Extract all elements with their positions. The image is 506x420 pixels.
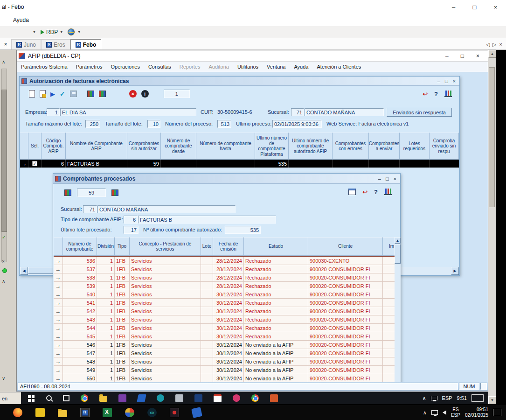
file-explorer-icon[interactable] <box>99 396 107 402</box>
table-row[interactable]: → 541 1 1FB Servicios 30/12/2024 Rechaza… <box>54 299 401 307</box>
excel-icon[interactable] <box>103 408 112 417</box>
network-icon[interactable] <box>431 396 437 400</box>
close-panel-button[interactable]: × <box>0 39 11 49</box>
tab-next-button[interactable]: ▷ <box>492 42 496 48</box>
tools-chart-icon[interactable] <box>444 91 452 97</box>
minimize-button[interactable]: – <box>443 0 464 14</box>
chevron-up-icon[interactable]: ∧ <box>2 59 5 64</box>
menu-parametros-sistema[interactable]: Parámetros Sistema <box>17 64 72 70</box>
sucursal-name-field[interactable]: CONTADO MAÑANA <box>305 108 384 116</box>
vscroll-thumb[interactable] <box>489 67 495 207</box>
start-button-icon[interactable] <box>27 394 35 402</box>
menu-ventana[interactable]: Ventana <box>263 64 290 70</box>
tipo-code-field[interactable]: 6 <box>124 216 138 224</box>
ultimo-lote-field[interactable]: 17 <box>124 226 139 234</box>
table-row[interactable]: → 548 1 1FB Servicios 30/12/2024 No envi… <box>54 357 401 366</box>
table-row[interactable]: → 549 1 1FB Servicios 30/12/2024 No envi… <box>54 366 401 374</box>
tipo-name-field[interactable]: FACTURAS B <box>138 216 276 224</box>
child-close-button[interactable]: × <box>453 78 456 84</box>
tab-close-button[interactable]: × <box>499 42 502 48</box>
clock[interactable]: 09:51 02/01/2025 <box>465 407 488 418</box>
table-row[interactable]: → 545 1 1FB Servicios 30/12/2024 Rechaza… <box>54 332 401 341</box>
app-purple-icon[interactable] <box>118 394 126 402</box>
tab-prev-button[interactable]: ◁ <box>486 42 490 48</box>
table-row[interactable]: → 538 1 1FB Servicios 28/12/2024 Rechaza… <box>54 273 401 282</box>
chevron-down-icon[interactable]: ∨ <box>2 376 5 381</box>
dataset-export-icon[interactable] <box>64 189 71 196</box>
scroll-left-button[interactable]: ◀ <box>20 267 28 275</box>
table-row[interactable]: → 536 1 1FB Servicios 28/12/2024 Rechaza… <box>54 257 401 265</box>
network-icon[interactable] <box>431 410 438 415</box>
globe-icon[interactable] <box>68 28 75 35</box>
sucursal-code-field[interactable]: 71 <box>83 205 97 213</box>
dropdown-caret-icon[interactable]: ▼ <box>33 30 36 34</box>
rdp-client-icon-active[interactable] <box>80 408 90 417</box>
table-row[interactable]: → 547 1 1FB Servicios 30/12/2024 No envi… <box>54 349 401 357</box>
exit-icon[interactable]: ↩ <box>362 189 367 195</box>
sucursal-code-field[interactable]: 71 <box>291 108 304 116</box>
child-minimize-button[interactable]: – <box>378 176 381 182</box>
table-row[interactable]: → 550 1 1FB Servicios 30/12/2024 No envi… <box>54 374 401 382</box>
chrome-icon[interactable] <box>251 394 259 402</box>
menu-ayuda[interactable]: Ayuda <box>8 17 34 23</box>
page-counter-field[interactable]: 1 <box>164 90 190 98</box>
remote-clock[interactable]: 9:51 <box>457 395 467 401</box>
chevron-up-icon[interactable]: ∧ <box>423 410 427 416</box>
app-blue-icon[interactable] <box>137 394 146 402</box>
editor-app-icon[interactable] <box>35 408 45 417</box>
speaker-icon[interactable] <box>443 410 446 415</box>
menu-operaciones[interactable]: Operaciones <box>107 64 144 70</box>
firefox-icon[interactable] <box>13 408 22 417</box>
enviados-sin-respuesta-button[interactable]: Enviados sin respuesta <box>387 108 452 117</box>
menu-ayuda[interactable]: Ayuda <box>290 64 312 70</box>
tab-febo[interactable]: Febo <box>70 39 102 49</box>
tab-eros[interactable]: Eros <box>41 39 70 49</box>
media-app-icon[interactable]: ∞ <box>147 408 157 417</box>
table-icon[interactable] <box>348 189 356 195</box>
table-row[interactable]: → 540 1 1FB Servicios 30/12/2024 Rechaza… <box>54 290 401 299</box>
properties-doc-icon[interactable] <box>40 90 46 98</box>
table-row[interactable]: → 546 1 1FB Servicios 30/12/2024 No envi… <box>54 341 401 349</box>
chrome-icon[interactable] <box>81 394 88 402</box>
action-center-icon[interactable] <box>493 409 501 416</box>
child-minimize-button[interactable]: – <box>437 78 440 84</box>
photos-app-icon[interactable] <box>170 408 179 417</box>
table-row[interactable]: → 544 1 1FB Servicios 30/12/2024 Rechaza… <box>54 324 401 332</box>
app-pink-icon[interactable] <box>233 394 240 402</box>
sucursal-name-field[interactable]: CONTADO MAÑANA <box>97 205 236 213</box>
app-gray-icon[interactable] <box>175 394 183 402</box>
child-maximize-button[interactable]: □ <box>386 176 389 182</box>
close-button[interactable]: × <box>485 0 506 14</box>
help-icon[interactable]: ? <box>374 189 378 195</box>
confirm-icon[interactable]: ✓ <box>60 91 65 97</box>
tab-juno[interactable]: Juno <box>11 39 41 49</box>
lote-field[interactable]: 10 <box>147 120 160 128</box>
file-explorer-icon[interactable] <box>58 408 67 417</box>
vscroll-track[interactable] <box>488 58 496 396</box>
calendar-app-icon[interactable] <box>214 394 222 402</box>
checkbox-checked-icon[interactable]: ✓ <box>32 161 37 166</box>
table-row[interactable]: → 539 1 1FB Servicios 28/12/2024 Rechaza… <box>54 282 401 290</box>
help-icon[interactable]: ? <box>434 91 438 97</box>
empresa-code-field[interactable]: 1 <box>47 108 60 116</box>
scroll-up-button[interactable]: ▲ <box>488 50 496 58</box>
app-navy-icon[interactable] <box>194 394 202 402</box>
dataset-export-icon[interactable] <box>99 91 106 97</box>
close-icon[interactable]: × <box>2 259 5 264</box>
vscroll-thumb[interactable] <box>395 244 401 264</box>
search-icon[interactable] <box>46 395 52 401</box>
tools-chart-icon[interactable] <box>384 189 392 195</box>
afip-minimize-button[interactable]: – <box>445 53 449 59</box>
menu-consultas[interactable]: Consultas <box>144 64 175 70</box>
table-row[interactable]: → 537 1 1FB Servicios 28/12/2024 Rechaza… <box>54 265 401 273</box>
afip-close-button[interactable]: × <box>476 53 479 59</box>
language-indicator[interactable]: ES ESP <box>451 407 460 418</box>
record-counter-field[interactable]: 59 <box>77 189 106 197</box>
info-icon[interactable]: i <box>141 90 149 98</box>
pen-app-icon[interactable] <box>191 407 202 418</box>
menu-utilitarios[interactable]: Utilitarios <box>233 64 263 70</box>
menu-atencion-clientes[interactable]: Atención a Clientes <box>312 64 365 70</box>
globe-caret-icon[interactable]: ▼ <box>77 30 81 34</box>
ultimo-comprobante-field[interactable]: 535 <box>225 226 261 234</box>
task-view-icon[interactable] <box>63 395 69 401</box>
